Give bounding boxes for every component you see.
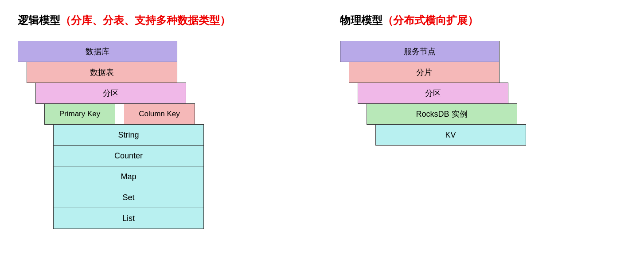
left-data-list: List [53,208,204,229]
right-layer-shard: 分片 [349,62,500,83]
left-data-map: Map [53,166,204,187]
left-data-set: Set [53,187,204,208]
main-container: 逻辑模型（分库、分表、支持多种数据类型） 数据库 数据表 分区 Primary … [18,13,626,229]
right-title-main: 物理模型 [340,14,382,26]
left-primary-key: Primary Key [44,103,115,125]
right-layer-node: 服务节点 [340,41,500,62]
left-subtitle: （分库、分表、支持多种数据类型） [60,14,230,26]
right-section: 物理模型（分布式横向扩展） 服务节点 分片 分区 RocksDB 实例 KV [340,13,627,229]
right-layer-rocksdb: RocksDB 实例 [367,103,517,125]
left-title-main: 逻辑模型 [18,14,60,26]
left-section: 逻辑模型（分库、分表、支持多种数据类型） 数据库 数据表 分区 Primary … [18,13,304,229]
left-title: 逻辑模型（分库、分表、支持多种数据类型） [18,13,230,28]
left-layer-keys: Primary Key Column Key [44,103,230,125]
left-layer-db: 数据库 [18,41,177,62]
left-layer-partition: 分区 [35,83,186,104]
right-subtitle: （分布式横向扩展） [382,14,478,26]
right-diagram: 服务节点 分片 分区 RocksDB 实例 KV [340,41,553,146]
right-layer-kv: KV [375,124,526,146]
left-diagram: 数据库 数据表 分区 Primary Key Column Key St [18,41,230,229]
right-title: 物理模型（分布式横向扩展） [340,13,478,28]
left-data-counter: Counter [53,145,204,166]
right-layer-partition: 分区 [358,83,508,104]
left-column-key: Column Key [124,103,195,125]
left-data-string: String [53,124,204,146]
left-layer-table: 数据表 [27,62,177,83]
